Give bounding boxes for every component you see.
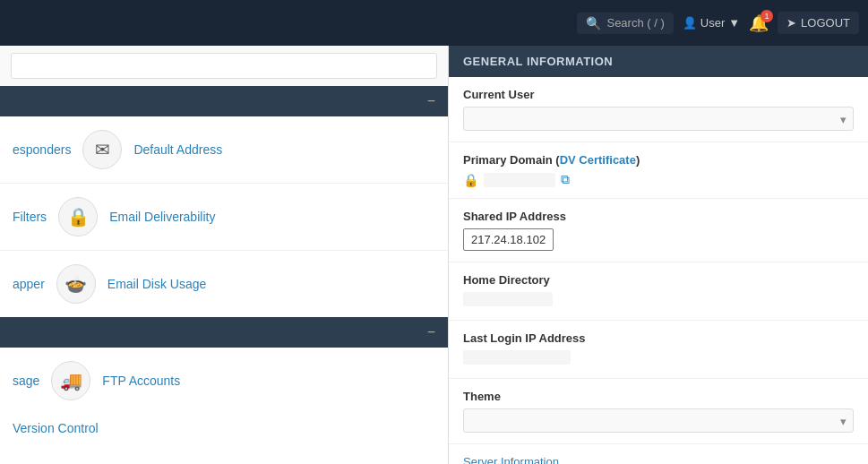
external-link-icon[interactable]: ⧉ <box>561 172 570 187</box>
lock-icon: 🔒 <box>463 173 478 187</box>
notification-badge: 1 <box>761 10 773 22</box>
files-section-header: − <box>0 317 448 348</box>
files-section-collapse-icon[interactable]: − <box>427 324 435 340</box>
at-sign-icon: ✉ <box>82 130 122 169</box>
email-disk-usage-icon-box: 🍲 <box>54 262 99 306</box>
default-address-link[interactable]: Default Address <box>133 142 222 157</box>
search-placeholder-text: Search ( / ) <box>606 16 664 30</box>
ftp-accounts-icon-box: 🚚 <box>48 358 93 403</box>
list-item: esponders ✉ Default Address <box>0 116 448 184</box>
home-directory-label: Home Directory <box>463 273 854 287</box>
dropdown-chevron-icon: ▼ <box>728 16 740 30</box>
topbar: 🔍 Search ( / ) 👤 User ▼ 🔔 1 ➤ LOGOUT <box>0 0 868 46</box>
email-section-header: − <box>0 86 448 116</box>
current-user-select[interactable] <box>463 107 854 131</box>
shared-ip-value: 217.24.18.102 <box>463 228 554 251</box>
home-directory-section: Home Directory <box>449 262 868 321</box>
shared-ip-section: Shared IP Address 217.24.18.102 <box>449 199 868 262</box>
current-user-select-wrapper <box>463 107 854 131</box>
files-items-grid: sage 🚚 FTP Accounts <box>0 348 448 414</box>
user-label: User <box>700 16 725 30</box>
domain-row: 🔒 ⧉ <box>463 172 854 187</box>
search-icon: 🔍 <box>586 16 601 30</box>
theme-label: Theme <box>463 390 854 403</box>
user-icon: 👤 <box>683 16 697 30</box>
home-directory-value <box>463 292 553 306</box>
general-info-title: GENERAL INFORMATION <box>463 55 613 68</box>
current-user-section: Current User <box>449 77 868 142</box>
last-login-value <box>463 350 571 365</box>
primary-domain-label: Primary Domain (DV Certificate) <box>463 153 854 167</box>
theme-select[interactable] <box>463 408 854 433</box>
list-item: Filters 🔒 Email Deliverability <box>0 184 448 251</box>
email-deliverability-icon-box: 🔒 <box>56 194 100 239</box>
user-menu[interactable]: 👤 User ▼ <box>683 16 740 30</box>
theme-section: Theme <box>449 379 868 444</box>
truck-icon: 🚚 <box>51 361 90 400</box>
dv-certificate-link[interactable]: DV Certificate <box>560 153 636 167</box>
default-address-icon-box: ✉ <box>80 127 125 172</box>
server-info-link[interactable]: Server Information <box>463 455 559 464</box>
search-bar[interactable]: 🔍 Search ( / ) <box>577 13 673 34</box>
left-label-apper[interactable]: apper <box>13 277 45 291</box>
key-icon: 🔒 <box>58 197 98 236</box>
email-section-collapse-icon[interactable]: − <box>427 93 435 109</box>
right-panel: GENERAL INFORMATION Current User Primary… <box>448 46 868 464</box>
notifications-bell[interactable]: 🔔 1 <box>749 13 769 33</box>
logout-button[interactable]: ➤ LOGOUT <box>778 12 859 34</box>
logout-icon: ➤ <box>786 16 796 30</box>
primary-domain-section: Primary Domain (DV Certificate) 🔒 ⧉ <box>449 142 868 199</box>
last-login-section: Last Login IP Address <box>449 321 868 379</box>
last-login-label: Last Login IP Address <box>463 331 854 345</box>
general-info-header: GENERAL INFORMATION <box>449 46 868 77</box>
shared-ip-label: Shared IP Address <box>463 210 854 223</box>
main-layout: − esponders ✉ Default Address Filters 🔒 … <box>0 46 868 464</box>
left-search-container <box>0 46 448 86</box>
left-label-sage[interactable]: sage <box>13 374 39 388</box>
list-item: apper 🍲 Email Disk Usage <box>0 251 448 317</box>
email-items-grid: esponders ✉ Default Address Filters 🔒 Em… <box>0 116 448 317</box>
email-disk-usage-link[interactable]: Email Disk Usage <box>107 277 206 291</box>
ftp-accounts-link[interactable]: FTP Accounts <box>102 374 180 388</box>
version-control-link[interactable]: Version Control <box>13 421 99 435</box>
theme-select-wrapper <box>463 408 854 433</box>
left-panel: − esponders ✉ Default Address Filters 🔒 … <box>0 46 448 464</box>
pie-chart-icon: 🍲 <box>56 264 96 304</box>
left-label-filters[interactable]: Filters <box>13 210 47 224</box>
left-label-esponders[interactable]: esponders <box>13 142 71 157</box>
logout-label: LOGOUT <box>801 16 850 30</box>
server-info-section: Server Information <box>449 444 868 464</box>
current-user-label: Current User <box>463 88 854 101</box>
domain-text <box>484 173 555 187</box>
email-deliverability-link[interactable]: Email Deliverability <box>109 210 215 224</box>
left-search-input[interactable] <box>11 53 437 79</box>
version-control-row: Version Control <box>0 414 448 443</box>
list-item: sage 🚚 FTP Accounts <box>0 348 448 414</box>
